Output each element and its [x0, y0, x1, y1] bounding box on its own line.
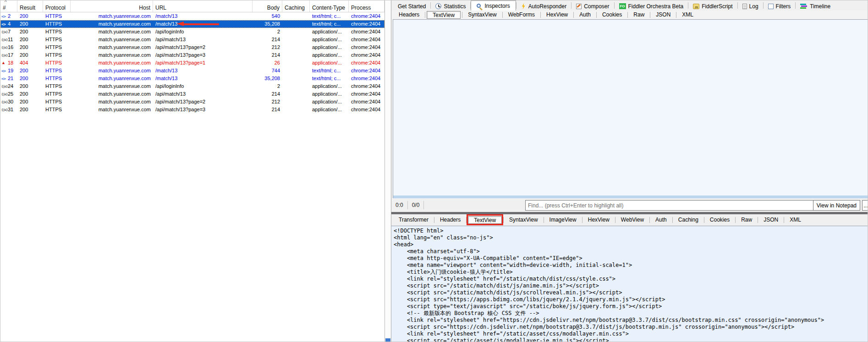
session-row[interactable]: 4200HTTPSmatch.yuanrenxue.com/match/1335… [0, 20, 385, 28]
splitter-thumb[interactable] [385, 338, 390, 342]
column-header-protocol[interactable]: Protocol [43, 0, 71, 12]
session-row[interactable]: 11200HTTPSmatch.yuanrenxue.com/api/match… [0, 36, 385, 43]
response-tab-syntaxview[interactable]: SyntaxView [504, 216, 543, 224]
request-tab-hexview[interactable]: HexView [541, 11, 573, 19]
session-host-cell: match.yuanrenxue.com [71, 51, 153, 59]
request-tab-headers[interactable]: Headers [393, 11, 425, 19]
toolbar-tab-timeline[interactable]: Timeline [796, 1, 835, 11]
toolbar-tab-get-started[interactable]: Get Started [393, 1, 430, 11]
toolbar-tab-composer[interactable]: Composer [571, 1, 614, 11]
session-url-cell: /match/13 [153, 67, 253, 75]
column-header-url[interactable]: URL [153, 0, 253, 12]
code-line: <html lang="en" class="no-js"> [394, 234, 868, 241]
session-row[interactable]: 30200HTTPSmatch.yuanrenxue.com/api/match… [0, 98, 385, 106]
sort-indicator-icon[interactable]: ^ [5, 0, 7, 5]
response-tab-raw[interactable]: Raw [736, 216, 758, 224]
session-row[interactable]: 25200HTTPSmatch.yuanrenxue.com/api/match… [0, 90, 385, 98]
code-line: <script src="https://cdn.jsdelivr.net/np… [394, 324, 868, 331]
column-header-[interactable]: # [0, 0, 17, 12]
response-tab-xml[interactable]: XML [784, 216, 807, 224]
session-body-cell: 2 [253, 28, 282, 36]
session-process-cell: chrome:2404 [349, 98, 385, 106]
column-header-host[interactable]: Host [71, 0, 153, 12]
response-tab-auth[interactable]: Auth [650, 216, 672, 224]
session-id: 21 [8, 75, 13, 82]
code-line: <meta http-equiv="X-UA-Compatible" conte… [394, 255, 868, 262]
session-row[interactable]: 18404HTTPSmatch.yuanrenxue.com/api/match… [0, 59, 385, 67]
session-row[interactable]: 31200HTTPSmatch.yuanrenxue.com/api/match… [0, 106, 385, 114]
request-tab-auth[interactable]: Auth [574, 11, 596, 19]
session-row[interactable]: 19200HTTPSmatch.yuanrenxue.com/match/137… [0, 67, 385, 75]
status-separator [423, 201, 424, 209]
json-icon [1, 54, 7, 57]
column-header-caching[interactable]: Caching [282, 0, 310, 12]
session-list-panel: ^ #ResultProtocolHostURLBodyCachingConte… [0, 0, 385, 342]
toolbar-tab-autoresponder[interactable]: AutoResponder [516, 1, 571, 11]
toolbar-tab-inspectors[interactable]: Inspectors [471, 0, 516, 11]
response-textview-area[interactable]: <!DOCTYPE html><html lang="en" class="no… [391, 226, 868, 342]
session-row[interactable]: 24200HTTPSmatch.yuanrenxue.com/api/login… [0, 82, 385, 90]
inspector-panel: Get StartedStatisticsInspectorsAutoRespo… [391, 0, 868, 342]
session-process-cell: chrome:2404 [349, 67, 385, 75]
session-caching-cell [282, 28, 310, 36]
session-process-cell: chrome:2404 [349, 75, 385, 82]
response-tab-json[interactable]: JSON [758, 216, 784, 224]
column-header-body[interactable]: Body [253, 0, 282, 12]
session-host-cell: match.yuanrenxue.com [71, 28, 153, 36]
session-host-cell: match.yuanrenxue.com [71, 82, 153, 90]
toolbar-tab-statistics[interactable]: Statistics [431, 1, 470, 11]
column-header-result[interactable]: Result [17, 0, 43, 12]
session-process-cell: chrome:2404 [349, 20, 385, 28]
session-row[interactable]: 21200HTTPSmatch.yuanrenxue.com/match/133… [0, 75, 385, 82]
session-protocol-cell: HTTPS [43, 36, 71, 43]
response-tab-imageview[interactable]: ImageView [544, 216, 582, 224]
column-header-process[interactable]: Process [349, 0, 385, 12]
request-tab-syntaxview[interactable]: SyntaxView [462, 11, 502, 19]
session-id: 7 [8, 28, 11, 36]
session-process-cell: chrome:2404 [349, 90, 385, 98]
request-tab-cookies[interactable]: Cookies [597, 11, 627, 19]
session-result-cell: 200 [17, 75, 43, 82]
session-row[interactable]: 16200HTTPSmatch.yuanrenxue.com/api/match… [0, 43, 385, 51]
request-tab-json[interactable]: JSON [650, 11, 676, 19]
response-tab-cookies[interactable]: Cookies [704, 216, 735, 224]
session-row[interactable]: 2200HTTPSmatch.yuanrenxue.com/match/1354… [0, 12, 385, 20]
response-tab-caching[interactable]: Caching [673, 216, 704, 224]
response-tab-hexview[interactable]: HexView [582, 216, 615, 224]
response-tab-webview[interactable]: WebView [615, 216, 649, 224]
session-process-cell: chrome:2404 [349, 36, 385, 43]
view-in-notepad-button[interactable]: View in Notepad [813, 200, 860, 211]
toolbar-tab-label: Filters [776, 3, 791, 10]
session-process-cell: chrome:2404 [349, 51, 385, 59]
request-tab-xml[interactable]: XML [676, 11, 699, 19]
toolbar-tab-fiddler-orchestra-beta[interactable]: Fiddler Orchestra Beta [615, 1, 688, 11]
session-caching-cell [282, 75, 310, 82]
session-protocol-cell: HTTPS [43, 90, 71, 98]
session-id-cell: 11 [0, 36, 17, 43]
toolbar-tab-log[interactable]: Log [738, 1, 763, 11]
code-line: <link rel="stylesheet" href="https://cdn… [394, 317, 868, 324]
toolbar-tab-label: Timeline [810, 3, 830, 10]
session-protocol-cell: HTTPS [43, 12, 71, 20]
column-header-content-type[interactable]: Content-Type [310, 0, 349, 12]
response-tab-headers[interactable]: Headers [434, 216, 466, 224]
request-tab-textview[interactable]: TextView [427, 11, 461, 19]
request-tab-raw[interactable]: Raw [628, 11, 650, 19]
session-url-cell: /api/loginInfo [153, 82, 253, 90]
more-options-button[interactable]: ... [862, 200, 868, 211]
request-textview-area[interactable] [393, 19, 868, 198]
toolbar-tab-filters[interactable]: Filters [764, 1, 796, 11]
code-line: <head> [394, 241, 868, 248]
session-id-cell: 21 [0, 75, 17, 82]
find-input[interactable] [525, 200, 825, 211]
session-id-cell: 7 [0, 28, 17, 36]
session-result-cell: 200 [17, 67, 43, 75]
toolbar-tab-fiddlerscript[interactable]: FiddlerScript [688, 1, 737, 11]
session-row[interactable]: 7200HTTPSmatch.yuanrenxue.com/api/loginI… [0, 28, 385, 36]
request-tab-webforms[interactable]: WebForms [503, 11, 540, 19]
vertical-splitter[interactable] [385, 0, 391, 342]
response-tab-transformer[interactable]: Transformer [393, 216, 434, 224]
session-row[interactable]: 17200HTTPSmatch.yuanrenxue.com/api/match… [0, 51, 385, 59]
json-icon [1, 30, 7, 34]
response-tab-textview[interactable]: TextView [468, 216, 502, 224]
